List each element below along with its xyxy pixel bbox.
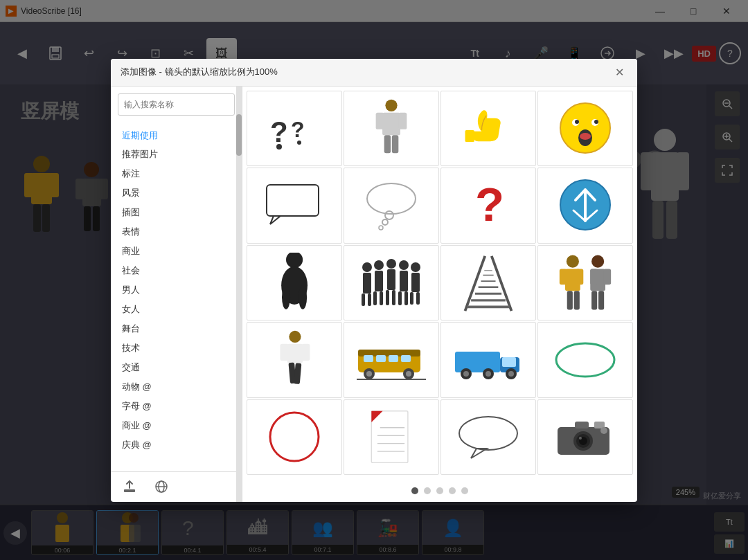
image-cell-man-standing[interactable] — [344, 91, 439, 167]
image-grid: ? ? — [242, 87, 637, 480]
sidebar-item-alphabet[interactable]: 字母 @ — [111, 397, 242, 416]
svg-point-56 — [594, 120, 598, 124]
image-cell-train[interactable] — [344, 322, 439, 398]
svg-rect-73 — [362, 293, 365, 306]
image-cell-people-group[interactable] — [344, 245, 439, 321]
svg-rect-86 — [404, 291, 408, 305]
svg-rect-82 — [392, 290, 395, 305]
sidebar-item-animals[interactable]: 动物 @ — [111, 377, 242, 397]
svg-rect-140 — [371, 410, 408, 462]
image-cell-man-walking[interactable] — [247, 322, 342, 398]
image-cell-thought-bubble[interactable] — [344, 168, 439, 244]
image-cell-speech-bubble-rect[interactable] — [247, 168, 342, 244]
sidebar-item-celebration[interactable]: 庆典 @ — [111, 435, 242, 455]
svg-rect-77 — [373, 291, 377, 305]
svg-line-92 — [492, 256, 512, 311]
sidebar-recent[interactable]: 近期使用 — [111, 125, 242, 145]
pagination-dot-5[interactable] — [461, 487, 468, 494]
image-cell-railway-tracks[interactable] — [440, 245, 536, 321]
svg-text:?: ? — [291, 117, 305, 142]
svg-point-112 — [289, 331, 301, 343]
sidebar-scrollbar[interactable] — [236, 87, 242, 502]
sidebar-item-business2[interactable]: 商业 @ — [111, 416, 242, 435]
image-cell-question-marks[interactable]: ? ? — [247, 91, 342, 167]
svg-line-91 — [465, 256, 486, 311]
svg-point-62 — [382, 219, 388, 225]
pagination-dot-4[interactable] — [449, 487, 456, 494]
svg-point-125 — [366, 371, 372, 377]
modal-sidebar: 近期使用 推荐图片 标注 风景 插图 表情 商业 社会 男人 女人 舞台 技术 … — [111, 87, 242, 502]
sidebar-item-society[interactable]: 社会 — [111, 261, 242, 280]
svg-point-60 — [367, 183, 416, 214]
svg-rect-88 — [411, 273, 420, 292]
search-box[interactable] — [118, 93, 235, 116]
svg-rect-129 — [455, 352, 500, 372]
search-input[interactable] — [124, 100, 229, 109]
svg-point-75 — [374, 260, 384, 270]
svg-rect-113 — [287, 344, 302, 363]
image-cell-truck[interactable] — [440, 322, 536, 398]
svg-point-135 — [486, 371, 491, 377]
svg-point-153 — [600, 427, 607, 434]
pagination — [242, 480, 637, 502]
pagination-dot-2[interactable] — [424, 487, 431, 494]
svg-rect-105 — [574, 291, 580, 310]
svg-point-100 — [567, 255, 579, 268]
image-cell-camera[interactable] — [537, 399, 633, 476]
svg-point-133 — [463, 371, 469, 377]
sidebar-item-transport[interactable]: 交通 — [111, 358, 242, 377]
sidebar-item-stage[interactable]: 舞台 — [111, 319, 242, 338]
sidebar-scroll: 近期使用 推荐图片 标注 风景 插图 表情 商业 社会 男人 女人 舞台 技术 … — [111, 123, 242, 471]
image-cell-red-circle[interactable] — [247, 399, 342, 476]
svg-rect-48 — [384, 136, 391, 154]
svg-rect-151 — [575, 422, 589, 428]
sidebar-scrollbar-thumb[interactable] — [236, 114, 242, 156]
image-cell-oval-speech-bubble[interactable] — [440, 399, 536, 476]
svg-text:?: ? — [270, 116, 288, 148]
svg-rect-72 — [363, 273, 371, 293]
upload-button[interactable] — [119, 476, 140, 497]
image-cell-person-silhouette[interactable] — [247, 245, 342, 321]
image-cell-green-oval[interactable] — [537, 322, 633, 398]
svg-point-87 — [411, 262, 420, 272]
svg-rect-81 — [386, 290, 389, 305]
svg-rect-76 — [375, 271, 383, 291]
modal-body: 近期使用 推荐图片 标注 风景 插图 表情 商业 社会 男人 女人 舞台 技术 … — [111, 87, 637, 502]
svg-point-145 — [459, 417, 517, 450]
sidebar-item-illustration[interactable]: 插图 — [111, 203, 242, 222]
image-cell-thumbs-up[interactable] — [440, 91, 536, 167]
sidebar-item-landscape[interactable]: 风景 — [111, 183, 242, 203]
sidebar-item-annotation[interactable]: 标注 — [111, 164, 242, 183]
pagination-dot-3[interactable] — [436, 487, 443, 494]
svg-rect-103 — [576, 269, 583, 285]
modal-overlay: 添加图像 - 镜头的默认缩放比例为100% ✕ 近期使用 推荐图片 标注 风景 … — [0, 0, 748, 560]
sidebar-item-tech[interactable]: 技术 — [111, 338, 242, 358]
svg-point-58 — [580, 133, 591, 140]
svg-rect-74 — [368, 293, 371, 306]
image-cell-notebook-page[interactable] — [344, 399, 439, 476]
sidebar-item-expression[interactable]: 表情 — [111, 222, 242, 242]
svg-rect-121 — [376, 355, 386, 362]
svg-point-138 — [556, 343, 614, 377]
svg-rect-123 — [401, 355, 411, 362]
sidebar-item-recommended[interactable]: 推荐图片 — [111, 145, 242, 164]
svg-point-127 — [406, 371, 411, 377]
image-cell-direction-sign[interactable] — [537, 168, 633, 244]
modal-close-button[interactable]: ✕ — [611, 64, 627, 80]
svg-rect-46 — [376, 113, 384, 129]
image-cell-two-men-talking[interactable] — [537, 245, 633, 321]
image-cell-surprised-face[interactable] — [537, 91, 633, 167]
modal-content: ? ? — [242, 87, 637, 502]
add-image-modal: 添加图像 - 镜头的默认缩放比例为100% ✕ 近期使用 推荐图片 标注 风景 … — [111, 59, 637, 502]
globe-button[interactable] — [151, 476, 172, 497]
svg-rect-90 — [416, 292, 420, 305]
svg-point-42 — [276, 144, 282, 150]
sidebar-item-men[interactable]: 男人 — [111, 280, 242, 300]
sidebar-item-business[interactable]: 商业 — [111, 242, 242, 261]
svg-point-71 — [362, 262, 372, 272]
image-cell-red-question[interactable]: ? — [440, 168, 536, 244]
pagination-dot-1[interactable] — [411, 487, 418, 494]
modal-header: 添加图像 - 镜头的默认缩放比例为100% ✕ — [111, 59, 637, 87]
svg-point-63 — [379, 226, 383, 230]
sidebar-item-women[interactable]: 女人 — [111, 300, 242, 319]
